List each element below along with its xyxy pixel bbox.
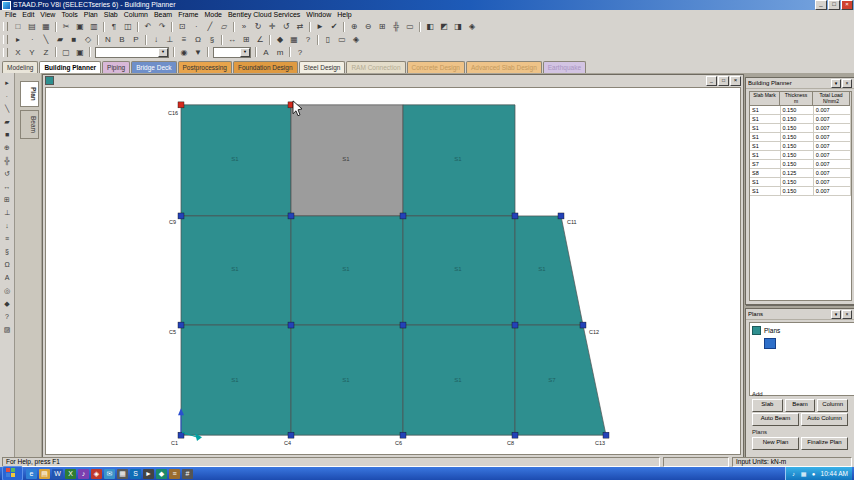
node-marker[interactable] xyxy=(288,432,294,438)
new-plan-button[interactable]: New Plan xyxy=(752,437,799,450)
finalize-plan-button[interactable]: Finalize Plan xyxy=(801,437,848,450)
taskbar-app-icon[interactable]: X xyxy=(65,469,76,479)
new-file-icon[interactable]: □ xyxy=(11,20,25,33)
query-icon[interactable]: ? xyxy=(301,33,315,46)
fit-all-icon[interactable]: ▭ xyxy=(403,20,417,33)
solids-cursor-icon[interactable]: ■ xyxy=(67,33,81,46)
pan-tool-icon[interactable]: ╬ xyxy=(2,155,13,166)
node-marker[interactable] xyxy=(512,432,518,438)
column-header[interactable]: Slab Mark xyxy=(750,92,780,106)
grid-icon[interactable]: ⊞ xyxy=(239,33,253,46)
structure-wizard-icon[interactable]: ▦ xyxy=(287,33,301,46)
view-side-icon[interactable]: ◨ xyxy=(451,20,465,33)
slab-region[interactable] xyxy=(515,216,583,325)
workflow-tab-steel-design[interactable]: Steel Design xyxy=(299,61,346,73)
node-marker[interactable] xyxy=(603,432,609,438)
view-top-icon[interactable]: ◩ xyxy=(437,20,451,33)
table-row[interactable]: S80.1250.007 xyxy=(750,169,851,178)
query-tool-icon[interactable]: ? xyxy=(2,311,13,322)
menu-slab[interactable]: Slab xyxy=(101,10,121,20)
run-analysis-icon[interactable]: ► xyxy=(313,20,327,33)
menu-view[interactable]: View xyxy=(37,10,58,20)
view-isometric-icon[interactable]: ◈ xyxy=(465,20,479,33)
menu-mode[interactable]: Mode xyxy=(201,10,225,20)
menu-beam[interactable]: Beam xyxy=(151,10,175,20)
translational-repeat-icon[interactable]: » xyxy=(237,20,251,33)
load-tool-icon[interactable]: ↓ xyxy=(2,220,13,231)
node-marker[interactable] xyxy=(400,213,406,219)
slab-table[interactable]: Slab MarkThicknessmTotal LoadN/mm2S10.15… xyxy=(749,91,852,301)
render-tool-icon[interactable]: ◆ xyxy=(2,298,13,309)
workflow-tab-bridge-deck[interactable]: Bridge Deck xyxy=(131,61,176,73)
taskbar-app-icon[interactable]: ♪ xyxy=(78,469,89,479)
node-marker[interactable] xyxy=(512,213,518,219)
column-header[interactable]: Total LoadN/mm2 xyxy=(813,92,850,106)
grid-tool-icon[interactable]: ⊞ xyxy=(2,194,13,205)
plan-view-icon[interactable]: ▭ xyxy=(335,33,349,46)
save-icon[interactable]: ▦ xyxy=(39,20,53,33)
workflow-tab-foundation-design[interactable]: Foundation Design xyxy=(233,61,298,73)
start-button[interactable] xyxy=(2,466,23,480)
auto-column-button[interactable]: Auto Column xyxy=(801,413,848,426)
menu-help[interactable]: Help xyxy=(334,10,354,20)
tree-item-plans[interactable]: Plans xyxy=(752,326,853,335)
menu-plan[interactable]: Plan xyxy=(81,10,101,20)
node-marker[interactable] xyxy=(580,322,586,328)
tray-icon[interactable]: ● xyxy=(810,470,818,478)
node-marker[interactable] xyxy=(178,102,184,108)
cut-icon[interactable]: ✂ xyxy=(59,20,73,33)
rotate-icon[interactable]: ↺ xyxy=(279,20,293,33)
print-preview-icon[interactable]: ◫ xyxy=(121,20,135,33)
table-row[interactable]: S10.1500.007 xyxy=(750,124,851,133)
workflow-tab-earthquake[interactable]: Earthquake xyxy=(543,61,586,73)
loads-icon[interactable]: ↓ xyxy=(149,33,163,46)
pan-icon[interactable]: ╬ xyxy=(389,20,403,33)
front-elevation-icon[interactable]: ▯ xyxy=(321,33,335,46)
redo-icon[interactable]: ↷ xyxy=(155,20,169,33)
tree-item-plan-selected[interactable] xyxy=(764,338,853,349)
menu-window[interactable]: Window xyxy=(303,10,334,20)
label-tool-icon[interactable]: A xyxy=(2,272,13,283)
slab-region[interactable] xyxy=(515,325,606,435)
print-icon[interactable]: ¶ xyxy=(107,20,121,33)
menu-tools[interactable]: Tools xyxy=(58,10,80,20)
add-plate-icon[interactable]: ▱ xyxy=(217,20,231,33)
taskbar-app-icon[interactable]: ◈ xyxy=(91,469,102,479)
menu-edit[interactable]: Edit xyxy=(19,10,37,20)
beam-tool-icon[interactable]: ╲ xyxy=(2,103,13,114)
column-header[interactable]: Thicknessm xyxy=(780,92,813,106)
structure-axes-icon[interactable]: ∠ xyxy=(253,33,267,46)
taskbar-app-icon[interactable]: e xyxy=(26,469,37,479)
text-labels-icon[interactable]: A xyxy=(259,46,273,59)
properties-icon[interactable]: ≡ xyxy=(177,33,191,46)
select-parallel-x-icon[interactable]: X xyxy=(11,46,25,59)
tray-icon[interactable]: ▦ xyxy=(800,470,808,478)
taskbar-app-icon[interactable]: # xyxy=(182,469,193,479)
select-tool-icon[interactable]: ▸ xyxy=(2,77,13,88)
taskbar-app-icon[interactable]: ◆ xyxy=(156,469,167,479)
taskbar-app-icon[interactable]: W xyxy=(52,469,63,479)
table-row[interactable]: S10.1500.007 xyxy=(750,133,851,142)
panel-pin-icon[interactable]: ▾ xyxy=(831,310,841,319)
plans-tree[interactable]: Plans xyxy=(749,322,854,396)
table-row[interactable]: S10.1500.007 xyxy=(750,151,851,160)
taskbar-app-icon[interactable]: S xyxy=(130,469,141,479)
plate-labels-icon[interactable]: P xyxy=(129,33,143,46)
select-all-icon[interactable]: ▣ xyxy=(73,46,87,59)
workflow-tab-modeling[interactable]: Modeling xyxy=(2,61,38,73)
workflow-tab-ram-connection[interactable]: RAM Connection xyxy=(346,61,405,73)
mdi-close-button[interactable]: × xyxy=(730,76,741,86)
zoom-out-icon[interactable]: ⊖ xyxy=(361,20,375,33)
menu-bentley-cloud-services[interactable]: Bentley Cloud Services xyxy=(225,10,303,20)
side-tab-plan[interactable]: Plan xyxy=(20,81,39,107)
beams-cursor-icon[interactable]: ╲ xyxy=(39,33,53,46)
mirror-icon[interactable]: ⇄ xyxy=(293,20,307,33)
material-tool-icon[interactable]: Ω xyxy=(2,259,13,270)
panel-close-icon[interactable]: × xyxy=(842,79,852,88)
rotate-tool-icon[interactable]: ↺ xyxy=(2,168,13,179)
node-marker[interactable] xyxy=(288,213,294,219)
menu-file[interactable]: File xyxy=(2,10,19,20)
plan-drawing[interactable]: S1S1S1S1S1S1S1S1S1S1S7C16C9C5C1C4C6C8C13… xyxy=(46,88,740,454)
workflow-tab-postprocessing[interactable]: Postprocessing xyxy=(178,61,232,73)
table-row[interactable]: S70.1500.007 xyxy=(750,160,851,169)
